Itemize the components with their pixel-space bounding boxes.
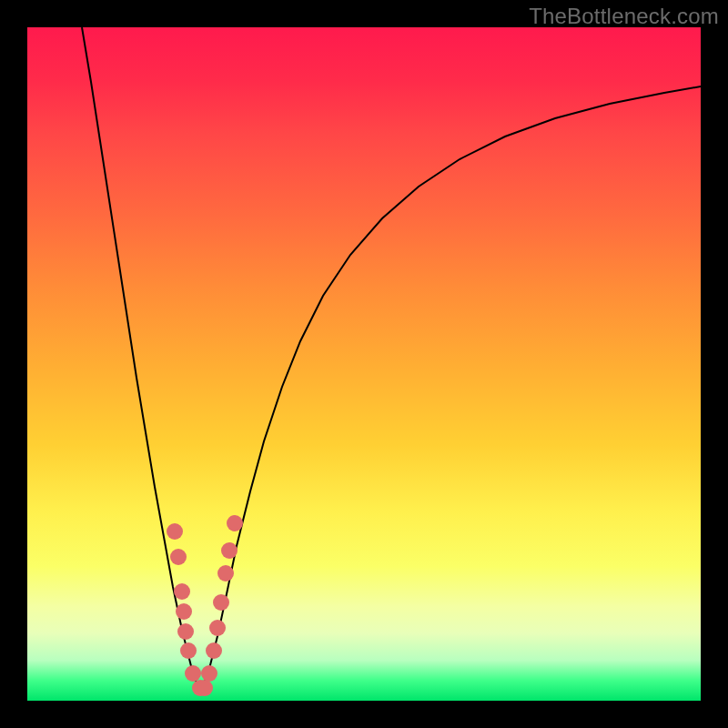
sample-dot xyxy=(180,642,197,659)
chart-svg xyxy=(27,27,701,701)
sample-dot xyxy=(167,523,183,540)
dots-group xyxy=(167,515,243,696)
sample-dot xyxy=(227,515,243,531)
sample-dot xyxy=(197,680,213,696)
chart-frame: TheBottleneck.com xyxy=(0,0,728,728)
sample-dot xyxy=(209,620,226,636)
sample-dot xyxy=(206,642,222,659)
sample-dot xyxy=(217,565,234,581)
sample-dot xyxy=(221,542,238,559)
attribution-text: TheBottleneck.com xyxy=(529,4,719,29)
sample-dot xyxy=(185,665,201,682)
sample-dot xyxy=(213,594,229,611)
chart-plot-area xyxy=(27,27,701,701)
sample-dot xyxy=(176,603,192,620)
sample-dot xyxy=(177,623,194,640)
sample-dot xyxy=(201,665,217,682)
sample-dot xyxy=(170,549,187,565)
sample-dot xyxy=(174,583,190,600)
right-curve xyxy=(200,86,701,693)
